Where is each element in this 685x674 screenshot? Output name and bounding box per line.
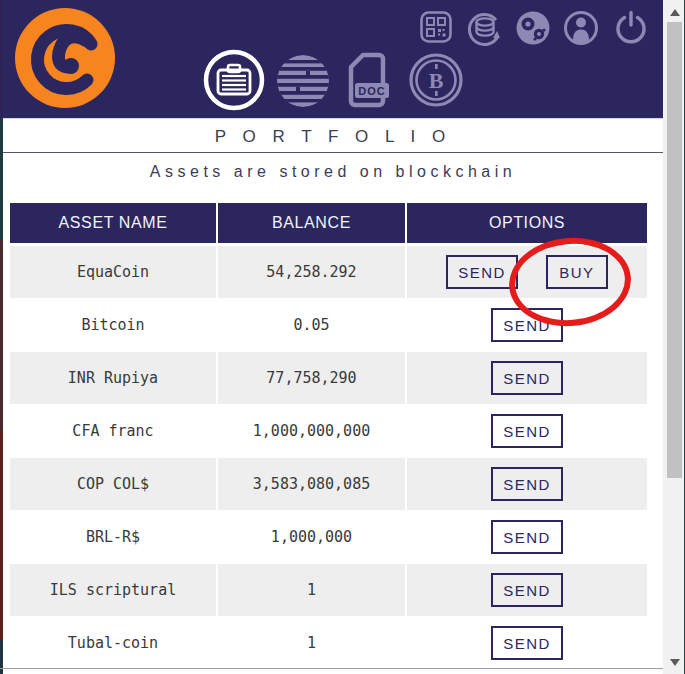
table-row: Bitcoin0.05SEND xyxy=(10,299,647,351)
profile-icon[interactable] xyxy=(563,10,599,46)
wallet-app-window: DOC B xyxy=(0,0,685,674)
send-button[interactable]: SEND xyxy=(491,467,563,501)
asset-balance: 1,000,000,000 xyxy=(218,405,405,457)
asset-name: INR Rupiya xyxy=(10,352,216,404)
table-row: CFA franc1,000,000,000SEND xyxy=(10,405,647,457)
asset-name: COP COL$ xyxy=(10,458,216,510)
send-button[interactable]: SEND xyxy=(491,414,563,448)
equacoin-logo[interactable] xyxy=(13,6,117,110)
svg-text:DOC: DOC xyxy=(358,85,385,97)
bitcoin-icon[interactable]: B xyxy=(408,52,464,108)
scrollbar-thumb[interactable] xyxy=(667,22,682,478)
send-button[interactable]: SEND xyxy=(491,520,563,554)
scroll-down-arrow-icon[interactable] xyxy=(670,659,680,666)
asset-name: BRL-R$ xyxy=(10,511,216,563)
table-row: INR Rupiya77,758,290SEND xyxy=(10,352,647,404)
table-row: Tubal-coin1SEND xyxy=(10,617,647,669)
asset-options: SEND xyxy=(407,405,647,457)
assets-table: ASSET NAMEBALANCEOPTIONS EquaCoin54,258.… xyxy=(10,203,647,669)
page-title: P O R T F O L I O xyxy=(3,127,663,147)
column-header-balance: BALANCE xyxy=(218,203,405,243)
column-header-asset-name: ASSET NAME xyxy=(10,203,216,243)
svg-text:B: B xyxy=(429,68,444,93)
page-subtitle: Assets are stored on blockchain xyxy=(3,163,663,181)
send-button[interactable]: SEND xyxy=(491,626,563,660)
vertical-scrollbar[interactable] xyxy=(663,0,685,674)
app-header: DOC B xyxy=(3,0,663,119)
asset-name: Tubal-coin xyxy=(10,617,216,669)
asset-name: Bitcoin xyxy=(10,299,216,351)
assets-table-body: EquaCoin54,258.292SENDBUYBitcoin0.05SEND… xyxy=(10,246,647,669)
world-settings-icon[interactable] xyxy=(515,10,551,46)
exchange-coins-icon[interactable] xyxy=(466,9,504,47)
table-row: BRL-R$1,000,000SEND xyxy=(10,511,647,563)
asset-name: ILS scriptural xyxy=(10,564,216,616)
send-button[interactable]: SEND xyxy=(446,255,518,289)
asset-options: SEND xyxy=(407,511,647,563)
asset-options: SEND xyxy=(407,299,647,351)
power-icon[interactable] xyxy=(613,9,649,45)
content-bottom-edge xyxy=(0,668,663,669)
asset-balance: 3,583,080,085 xyxy=(218,458,405,510)
table-row: EquaCoin54,258.292SENDBUY xyxy=(10,246,647,298)
asset-options: SEND xyxy=(407,352,647,404)
send-button[interactable]: SEND xyxy=(491,308,563,342)
column-header-options: OPTIONS xyxy=(407,203,647,243)
buy-button[interactable]: BUY xyxy=(546,255,608,289)
coins-sphere-icon[interactable] xyxy=(276,54,330,108)
assets-table-header: ASSET NAMEBALANCEOPTIONS xyxy=(10,203,647,243)
scroll-up-arrow-icon[interactable] xyxy=(670,9,680,16)
asset-balance: 54,258.292 xyxy=(218,246,405,298)
asset-balance: 0.05 xyxy=(218,299,405,351)
asset-balance: 1 xyxy=(218,617,405,669)
send-button[interactable]: SEND xyxy=(491,361,563,395)
qr-code-icon[interactable] xyxy=(419,10,453,44)
asset-balance: 77,758,290 xyxy=(218,352,405,404)
table-row: ILS scriptural1SEND xyxy=(10,564,647,616)
asset-options: SEND xyxy=(407,617,647,669)
asset-balance: 1 xyxy=(218,564,405,616)
asset-name: CFA franc xyxy=(10,405,216,457)
table-row: COP COL$3,583,080,085SEND xyxy=(10,458,647,510)
send-button[interactable]: SEND xyxy=(491,573,563,607)
asset-options: SEND xyxy=(407,564,647,616)
asset-balance: 1,000,000 xyxy=(218,511,405,563)
portfolio-briefcase-icon[interactable] xyxy=(202,48,266,112)
asset-options: SEND xyxy=(407,458,647,510)
title-divider xyxy=(3,152,663,153)
asset-name: EquaCoin xyxy=(10,246,216,298)
documents-icon[interactable]: DOC xyxy=(343,50,393,110)
asset-options: SENDBUY xyxy=(407,246,647,298)
